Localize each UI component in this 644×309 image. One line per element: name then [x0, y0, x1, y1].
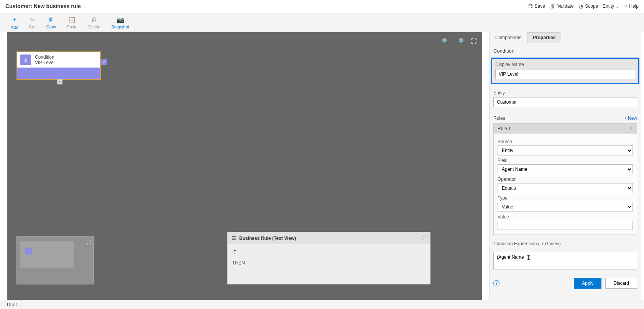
operator-select[interactable]: Equals	[498, 183, 633, 193]
expression-label: Condition Expression (Text View)	[493, 241, 637, 246]
display-name-label: Display Name	[495, 62, 635, 67]
entity-label: Entity	[493, 90, 637, 96]
camera-icon: 📷	[117, 16, 124, 23]
type-label: Type	[498, 195, 633, 201]
delete-label: Delete	[89, 25, 101, 29]
paste-icon: 📋	[68, 16, 76, 23]
copy-icon: ⎘	[49, 17, 53, 23]
delete-icon: 🗑	[91, 17, 97, 23]
toolbar: ＋ Add ✂ Cut ⎘ Copy 📋 Paste 🗑 Delete 📷 Sn…	[0, 13, 644, 32]
close-icon[interactable]: ✕	[629, 126, 633, 131]
delete-button: 🗑 Delete	[83, 15, 106, 31]
save-icon: 🖫	[528, 3, 533, 9]
tab-components[interactable]: Components	[490, 32, 527, 43]
minimap[interactable]: ⛶	[16, 236, 94, 284]
copy-label: Copy	[46, 25, 56, 29]
expression-textarea[interactable]: (Agent Name [])	[493, 252, 637, 269]
source-select[interactable]: Entity	[498, 145, 633, 155]
rule-title: Rule 1	[498, 126, 511, 131]
status-text: Draft	[7, 302, 17, 307]
minimap-node	[25, 248, 32, 254]
entity-prefix: Customer:	[5, 3, 32, 9]
display-name-input[interactable]	[495, 69, 635, 79]
help-button[interactable]: ? Help	[624, 3, 639, 9]
rule-header[interactable]: Rule 1 ✕	[494, 124, 637, 134]
cut-label: Cut	[29, 25, 36, 29]
operator-label: Operator	[498, 177, 633, 182]
snapshot-button[interactable]: 📷 Snapshot	[106, 15, 134, 31]
validate-button[interactable]: 🗐 Validate	[550, 3, 573, 9]
header-title-group[interactable]: Customer: New business rule ⌄	[5, 3, 87, 9]
value-input[interactable]	[498, 221, 633, 230]
rule-accordion: Rule 1 ✕ Source Entity Field Agent Name …	[493, 123, 637, 235]
scope-dropdown[interactable]: ◔ Scope : Entity ⌄	[579, 3, 619, 9]
chevron-down-icon[interactable]: ⌄	[83, 4, 87, 9]
paste-button: 📋 Paste	[61, 15, 83, 31]
minimap-viewport[interactable]	[20, 241, 74, 268]
expand-icon[interactable]: ⛶	[86, 239, 91, 245]
fit-screen-icon[interactable]: ⛶	[471, 38, 477, 45]
text-view-title: Business Rule (Text View)	[239, 236, 296, 241]
check-icon[interactable]: ✓	[101, 59, 107, 65]
tab-properties[interactable]: Properties	[527, 32, 561, 43]
display-name-field-highlight: Display Name	[491, 58, 639, 84]
condition-name: VIP Level	[35, 60, 54, 65]
expand-icon[interactable]: ⛶	[422, 236, 426, 241]
text-view-panel: ☰ Business Rule (Text View) ⛶ IF THEN	[227, 232, 430, 284]
validate-label: Validate	[557, 3, 573, 9]
field-label: Field	[498, 158, 633, 163]
save-label: Save	[535, 3, 545, 9]
help-label: Help	[629, 3, 639, 9]
text-view-if: IF	[232, 250, 426, 255]
value-label: Value	[498, 214, 633, 220]
copy-button[interactable]: ⎘ Copy	[41, 15, 62, 31]
save-button[interactable]: 🖫 Save	[528, 3, 545, 9]
scope-value: Entity	[603, 3, 614, 9]
cut-button: ✂ Cut	[24, 15, 41, 31]
scope-label: Scope :	[585, 3, 601, 9]
new-rule-link[interactable]: + New	[624, 116, 637, 121]
zoom-in-icon[interactable]: 🔍	[442, 38, 449, 45]
discard-button[interactable]: Discard	[605, 278, 637, 289]
rule-title: New business rule	[34, 3, 81, 9]
apply-button[interactable]: Apply	[574, 278, 601, 289]
entity-input[interactable]	[493, 97, 637, 107]
status-bar: Draft	[0, 300, 644, 309]
paste-label: Paste	[67, 25, 77, 29]
design-canvas[interactable]: 🔍 🔎 ⛶ ⚶ Condition VIP Level ✓ ✕	[7, 32, 482, 300]
type-select[interactable]: Value	[498, 202, 633, 212]
text-view-then: THEN	[232, 260, 426, 266]
condition-actions-bar[interactable]	[17, 68, 100, 79]
source-label: Source	[498, 139, 633, 144]
scope-icon: ◔	[579, 3, 583, 9]
zoom-out-icon[interactable]: 🔎	[456, 38, 464, 45]
rules-label: Rules	[493, 116, 505, 121]
condition-node[interactable]: ⚶ Condition VIP Level ✓ ✕	[16, 51, 101, 80]
add-button[interactable]: ＋ Add	[5, 14, 24, 31]
field-select[interactable]: Agent Name	[498, 164, 633, 174]
text-view-icon: ☰	[232, 235, 236, 241]
section-title: Condition	[490, 43, 641, 58]
snapshot-label: Snapshot	[111, 25, 129, 29]
condition-icon: ⚶	[20, 55, 31, 65]
help-icon: ?	[624, 3, 627, 9]
header-bar: Customer: New business rule ⌄ 🖫 Save 🗐 V…	[0, 0, 644, 12]
chevron-down-icon: ⌄	[616, 4, 619, 8]
condition-type-label: Condition	[35, 55, 54, 60]
add-label: Add	[11, 25, 18, 30]
info-icon[interactable]: i	[493, 280, 499, 286]
cut-icon: ✂	[30, 16, 35, 23]
plus-icon: ＋	[12, 16, 18, 24]
properties-panel: Components Properties Condition Display …	[489, 32, 641, 300]
close-icon[interactable]: ✕	[57, 79, 62, 84]
validate-icon: 🗐	[550, 3, 555, 9]
